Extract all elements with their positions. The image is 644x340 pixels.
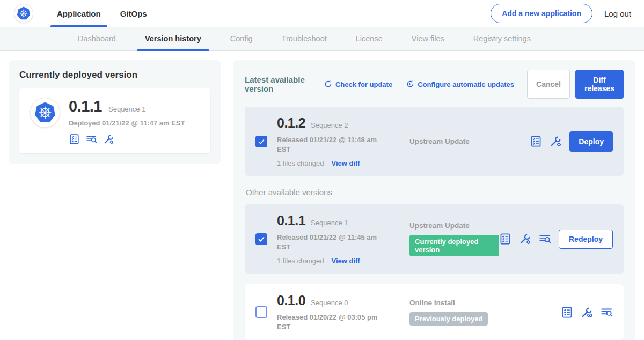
refresh-icon [323,80,332,89]
diff-releases-button[interactable]: Diff releases [575,70,624,99]
sequence-label: Sequence 0 [311,299,348,307]
files-changed-label: 1 files changed [277,257,324,265]
deployed-version-number: 0.1.1 [69,98,102,115]
version-row-0-1-0: 0.1.0 Sequence 0 Released 01/20/22 @ 03:… [245,284,624,340]
version-source-label: Upstream Update [409,221,499,230]
released-timestamp: Released 01/20/22 @ 03:05 pm EST [277,313,384,331]
kubernetes-logo-icon [14,4,33,23]
view-diff-link[interactable]: View diff [331,257,360,265]
checkmark-icon [257,137,266,146]
sequence-label: Sequence 2 [311,121,348,129]
version-checkbox-checked[interactable] [255,233,267,245]
redeploy-button[interactable]: Redeploy [559,230,613,249]
version-number: 0.1.2 [277,115,305,131]
preflight-checklist-icon[interactable] [499,233,511,245]
subnav-version-history[interactable]: Version history [130,27,216,50]
version-history-panel: Latest available version Check for updat… [233,60,635,340]
kubernetes-app-icon [30,98,60,128]
previously-deployed-badge: Previously deployed [409,312,488,326]
logout-link[interactable]: Log out [604,9,631,18]
clock-refresh-icon [405,80,414,89]
subnav-config[interactable]: Config [216,27,267,50]
add-new-application-button[interactable]: Add a new application [491,4,592,23]
tab-gitops[interactable]: GitOps [111,0,157,27]
latest-available-title: Latest available version [245,75,314,93]
deployed-version-card: 0.1.1 Sequence 1 Deployed 01/21/22 @ 11:… [19,88,210,153]
version-number: 0.1.1 [277,213,305,228]
files-changed-label: 1 files changed [277,159,324,167]
other-available-versions-label: Other available versions [246,188,623,197]
cancel-button[interactable]: Cancel [527,70,570,99]
app-sub-navigation: Dashboard Version history Config Trouble… [0,27,644,51]
config-wrench-gear-icon[interactable] [519,233,531,245]
deployed-timestamp: Deployed 01/21/22 @ 11:47 am EST [69,119,185,127]
version-checkbox-checked[interactable] [255,136,267,147]
view-logs-icon[interactable] [601,306,613,319]
version-row-0-1-1: 0.1.1 Sequence 1 Released 01/21/22 @ 11:… [245,204,624,274]
version-source-label: Upstream Update [409,137,530,145]
subnav-troubleshoot[interactable]: Troubleshoot [267,27,341,50]
currently-deployed-panel: Currently deployed version 0.1.1 Sequenc… [9,60,221,164]
view-logs-icon[interactable] [539,233,551,245]
subnav-view-files[interactable]: View files [397,27,459,50]
configure-auto-updates-label: Configure automatic updates [418,80,514,88]
view-logs-icon[interactable] [86,134,97,145]
version-checkbox-unchecked[interactable] [255,306,267,318]
released-timestamp: Released 01/21/22 @ 11:45 am EST [277,233,384,252]
main-content: Currently deployed version 0.1.1 Sequenc… [0,51,644,340]
config-wrench-gear-icon[interactable] [103,134,114,145]
version-number: 0.1.0 [277,293,305,308]
preflight-checklist-icon[interactable] [530,135,542,147]
subnav-license[interactable]: License [341,27,397,50]
subnav-registry-settings[interactable]: Registry settings [459,27,545,50]
tab-application[interactable]: Application [47,0,111,27]
preflight-checklist-icon[interactable] [561,306,573,319]
config-wrench-eye-icon[interactable] [581,306,593,319]
version-source-label: Online Install [409,299,561,307]
app-logo[interactable] [14,0,33,27]
version-row-0-1-2: 0.1.2 Sequence 2 Released 01/21/22 @ 11:… [245,107,624,176]
config-wrench-gear-icon[interactable] [550,135,562,147]
currently-deployed-badge: Currently deployed version [409,235,499,256]
view-diff-link[interactable]: View diff [331,159,360,167]
deploy-button[interactable]: Deploy [569,131,613,152]
check-for-update-label: Check for update [335,80,392,88]
deployed-sequence-label: Sequence 1 [108,105,145,113]
released-timestamp: Released 01/21/22 @ 11:48 am EST [277,135,384,154]
configure-auto-updates-link[interactable]: Configure automatic updates [405,80,514,89]
top-navigation: Application GitOps Add a new application… [0,0,644,27]
sequence-label: Sequence 1 [311,219,348,227]
preflight-checklist-icon[interactable] [69,134,80,145]
checkmark-icon [257,235,266,243]
check-for-update-link[interactable]: Check for update [323,80,392,89]
currently-deployed-title: Currently deployed version [19,70,210,80]
subnav-dashboard[interactable]: Dashboard [63,27,130,50]
top-tabs: Application GitOps [47,0,157,27]
